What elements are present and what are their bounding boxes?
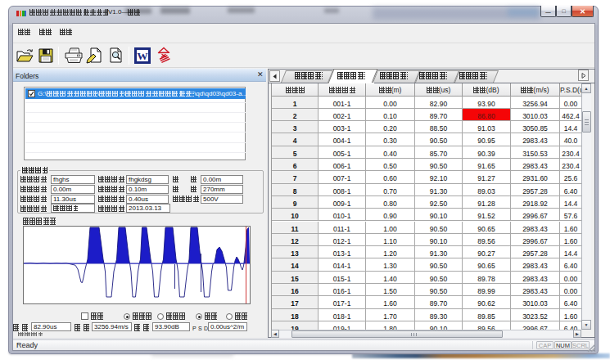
svg-text:W: W (137, 50, 148, 62)
